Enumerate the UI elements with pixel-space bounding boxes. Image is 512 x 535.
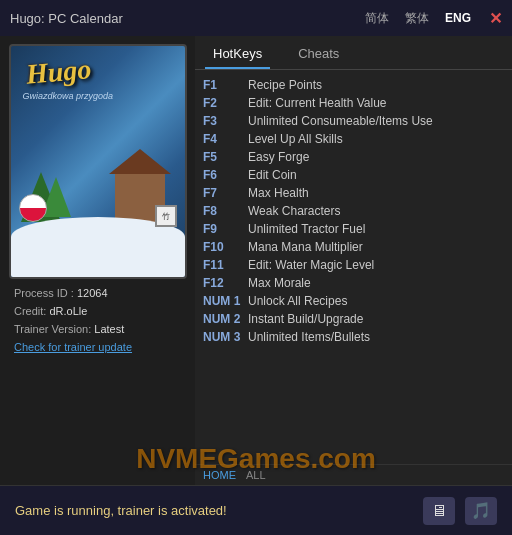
- bottom-tab-all[interactable]: ALL: [246, 469, 266, 481]
- hotkey-row: F11Edit: Water Magic Level: [203, 256, 504, 274]
- hotkey-key: F6: [203, 168, 248, 182]
- hotkey-key: F9: [203, 222, 248, 236]
- hotkey-description: Unlimited Consumeable/Items Use: [248, 114, 433, 128]
- hotkey-key: F5: [203, 150, 248, 164]
- hotkey-row: F7Max Health: [203, 184, 504, 202]
- credit-label: Credit:: [14, 305, 46, 317]
- tab-bar: HotKeys Cheats: [195, 40, 512, 70]
- bamboo-badge: 竹: [155, 205, 177, 227]
- hotkey-row: F8Weak Characters: [203, 202, 504, 220]
- hotkey-description: Edit: Water Magic Level: [248, 258, 374, 272]
- bottom-icons: 🖥 🎵: [423, 497, 497, 525]
- hotkey-key: F3: [203, 114, 248, 128]
- hotkey-description: Easy Forge: [248, 150, 309, 164]
- hugo-subtitle: Gwiazdkowa przygoda: [23, 91, 114, 101]
- hotkey-row: F6Edit Coin: [203, 166, 504, 184]
- trainer-version-value: Latest: [94, 323, 124, 335]
- hotkey-key: F7: [203, 186, 248, 200]
- close-button[interactable]: ✕: [489, 9, 502, 28]
- hotkey-description: Max Health: [248, 186, 309, 200]
- hotkey-description: Weak Characters: [248, 204, 340, 218]
- lang-traditional[interactable]: 繁体: [401, 8, 433, 29]
- house-roof-decoration: [109, 149, 171, 174]
- hotkey-description: Unlimited Items/Bullets: [248, 330, 370, 344]
- hotkey-row: F2Edit: Current Health Value: [203, 94, 504, 112]
- info-panel: Process ID : 12064 Credit: dR.oLle Train…: [8, 279, 187, 367]
- hotkey-description: Edit Coin: [248, 168, 297, 182]
- trainer-version-label: Trainer Version:: [14, 323, 91, 335]
- left-panel: Hugo Gwiazdkowa przygoda 竹 Process ID : …: [0, 36, 195, 485]
- lang-english[interactable]: ENG: [441, 9, 475, 27]
- trainer-link-row[interactable]: Check for trainer update: [14, 341, 181, 353]
- hotkey-row: F10Mana Mana Multiplier: [203, 238, 504, 256]
- process-id-label: Process ID :: [14, 287, 74, 299]
- hotkey-row: NUM 2Instant Build/Upgrade: [203, 310, 504, 328]
- tab-hotkeys[interactable]: HotKeys: [205, 40, 270, 69]
- game-cover-image: Hugo Gwiazdkowa przygoda 竹: [9, 44, 187, 279]
- hotkey-row: NUM 3Unlimited Items/Bullets: [203, 328, 504, 346]
- hotkey-key: NUM 2: [203, 312, 248, 326]
- process-id-row: Process ID : 12064: [14, 287, 181, 299]
- process-id-value: 12064: [77, 287, 108, 299]
- status-message: Game is running, trainer is activated!: [15, 503, 227, 518]
- poland-badge: [19, 194, 47, 222]
- hotkey-row: F12Max Morale: [203, 274, 504, 292]
- monitor-icon[interactable]: 🖥: [423, 497, 455, 525]
- hotkey-key: NUM 3: [203, 330, 248, 344]
- hotkey-description: Mana Mana Multiplier: [248, 240, 363, 254]
- hotkey-row: F1Recipe Points: [203, 76, 504, 94]
- lang-simplified[interactable]: 简体: [361, 8, 393, 29]
- app-title: Hugo: PC Calendar: [10, 11, 123, 26]
- trainer-version-row: Trainer Version: Latest: [14, 323, 181, 335]
- hotkey-key: F4: [203, 132, 248, 146]
- hotkey-row: F9Unlimited Tractor Fuel: [203, 220, 504, 238]
- bottom-tabs: HOMEALL: [195, 464, 512, 485]
- hotkey-key: NUM 1: [203, 294, 248, 308]
- hotkey-key: F11: [203, 258, 248, 272]
- music-icon[interactable]: 🎵: [465, 497, 497, 525]
- hotkeys-list: F1Recipe PointsF2Edit: Current Health Va…: [195, 70, 512, 464]
- credit-value: dR.oLle: [49, 305, 87, 317]
- hotkey-description: Recipe Points: [248, 78, 322, 92]
- hotkey-description: Level Up All Skills: [248, 132, 343, 146]
- hotkey-row: F4Level Up All Skills: [203, 130, 504, 148]
- credit-row: Credit: dR.oLle: [14, 305, 181, 317]
- hotkey-description: Unlimited Tractor Fuel: [248, 222, 365, 236]
- title-bar: Hugo: PC Calendar 简体 繁体 ENG ✕: [0, 0, 512, 36]
- main-content: Hugo Gwiazdkowa przygoda 竹 Process ID : …: [0, 36, 512, 485]
- hotkey-key: F2: [203, 96, 248, 110]
- bottom-tab-home[interactable]: HOME: [203, 469, 236, 481]
- hotkey-description: Edit: Current Health Value: [248, 96, 387, 110]
- hotkey-key: F8: [203, 204, 248, 218]
- hotkey-key: F12: [203, 276, 248, 290]
- hotkey-key: F10: [203, 240, 248, 254]
- hotkey-row: F3Unlimited Consumeable/Items Use: [203, 112, 504, 130]
- right-panel: HotKeys Cheats F1Recipe PointsF2Edit: Cu…: [195, 36, 512, 485]
- hotkey-row: NUM 1Unlock All Recipes: [203, 292, 504, 310]
- bottom-bar: Game is running, trainer is activated! 🖥…: [0, 485, 512, 535]
- hugo-logo-text: Hugo: [24, 53, 92, 91]
- hotkey-description: Unlock All Recipes: [248, 294, 347, 308]
- trainer-update-link[interactable]: Check for trainer update: [14, 341, 132, 353]
- hotkey-row: F5Easy Forge: [203, 148, 504, 166]
- hotkey-key: F1: [203, 78, 248, 92]
- hotkey-description: Max Morale: [248, 276, 311, 290]
- tab-cheats[interactable]: Cheats: [290, 40, 347, 69]
- language-controls: 简体 繁体 ENG ✕: [361, 8, 502, 29]
- hotkey-description: Instant Build/Upgrade: [248, 312, 363, 326]
